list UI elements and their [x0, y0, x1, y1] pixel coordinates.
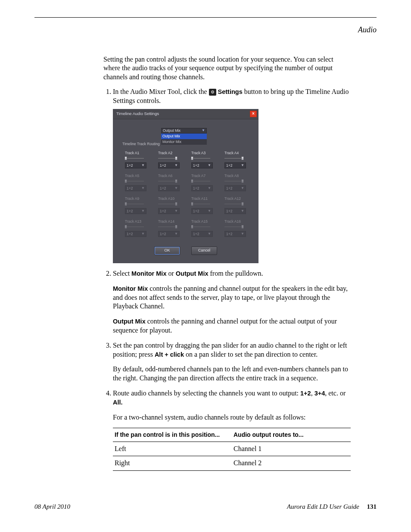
- table-row: Right Channel 2: [113, 456, 351, 471]
- channel-route-value: 1+2: [160, 232, 166, 236]
- channel-route-dropdown: 1+2▼: [191, 185, 213, 191]
- track-label: Track A16: [224, 219, 250, 224]
- track-cell: Track A131+2▼: [125, 219, 150, 237]
- track-label: Track A7: [191, 174, 217, 178]
- pan-slider: [191, 179, 210, 183]
- pan-slider[interactable]: [158, 156, 177, 160]
- track-label: Track A4: [224, 151, 250, 156]
- chevron-down-icon: ▼: [241, 209, 244, 213]
- track-label: Track A6: [158, 174, 184, 178]
- track-cell: Track A101+2▼: [158, 196, 184, 214]
- track-cell: Track A141+2▼: [158, 219, 184, 237]
- table-row: Left Channel 1: [113, 442, 351, 456]
- track-cell: Track A51+2▼: [125, 174, 150, 191]
- track-label: Track A14: [158, 219, 184, 224]
- output-mix-desc: Output Mix controls the panning and chan…: [113, 317, 351, 335]
- channel-route-value: 1+2: [193, 232, 199, 236]
- channel-route-value: 1+2: [193, 209, 199, 214]
- track-cell: Track A31+2▼: [191, 151, 217, 168]
- track-cell: Track A151+2▼: [191, 219, 217, 237]
- cancel-button[interactable]: Cancel: [191, 246, 217, 255]
- pan-slider: [125, 202, 144, 206]
- step-3: Set the pan control by dragging the pan …: [113, 341, 351, 383]
- channel-route-value: 1+2: [226, 186, 232, 191]
- chevron-down-icon: ▼: [241, 232, 244, 236]
- channel-route-dropdown: 1+2▼: [224, 231, 246, 237]
- step-4: Route audio channels by selecting the ch…: [113, 389, 351, 471]
- intro-paragraph: Setting the pan control adjusts the soun…: [103, 55, 351, 81]
- route-1-2: 1+2: [300, 390, 311, 397]
- pan-slider: [191, 225, 210, 229]
- chevron-down-icon: ▼: [241, 186, 244, 190]
- channel-route-value: 1+2: [127, 232, 133, 236]
- close-icon[interactable]: ×: [250, 111, 257, 117]
- channel-route-dropdown[interactable]: 1+2▼: [191, 162, 213, 168]
- chevron-down-icon: ▼: [174, 186, 178, 190]
- pan-slider: [158, 179, 177, 183]
- settings-icon: ⚙: [209, 89, 216, 96]
- mix-dropdown[interactable]: Output Mix ▼: [161, 128, 207, 134]
- track-label: Track A5: [125, 174, 150, 178]
- channel-route-value: 1+2: [226, 163, 232, 168]
- channel-route-value: 1+2: [193, 163, 199, 168]
- track-label: Track A3: [191, 151, 217, 156]
- routing-section-label: Timeline Track Routing: [122, 142, 160, 146]
- track-label: Track A15: [191, 219, 217, 224]
- chevron-down-icon: ▼: [141, 209, 145, 213]
- settings-label: Settings: [218, 88, 243, 95]
- pan-slider: [158, 202, 177, 206]
- track-cell: Track A161+2▼: [224, 219, 250, 237]
- track-label: Track A12: [224, 196, 250, 201]
- channel-route-dropdown: 1+2▼: [158, 185, 180, 191]
- ok-button[interactable]: OK: [154, 246, 180, 255]
- channel-route-dropdown[interactable]: 1+2▼: [224, 162, 246, 168]
- timeline-audio-settings-dialog: Timeline Audio Settings × Output Mix ▼ O…: [113, 109, 258, 263]
- channel-route-dropdown: 1+2▼: [224, 185, 246, 191]
- step1-text-before: In the Audio Mixer Tool, click the: [113, 88, 209, 95]
- step-1: In the Audio Mixer Tool, click the ⚙ Set…: [113, 87, 351, 263]
- pan-slider: [191, 202, 210, 206]
- track-label: Track A11: [191, 196, 217, 201]
- pan-slider: [224, 225, 243, 229]
- mix-dropdown-value: Output Mix: [163, 128, 181, 133]
- chevron-down-icon: ▼: [208, 186, 211, 190]
- pan-slider[interactable]: [125, 156, 144, 160]
- track-cell: Track A41+2▼: [224, 151, 250, 168]
- channel-route-value: 1+2: [160, 186, 166, 191]
- track-cell: Track A81+2▼: [224, 174, 250, 191]
- mix-option-output[interactable]: Output Mix: [161, 134, 207, 139]
- mix-option-monitor[interactable]: Monitor Mix: [161, 139, 207, 145]
- track-cell: Track A111+2▼: [191, 196, 217, 214]
- chevron-down-icon: ▼: [208, 232, 211, 236]
- channel-route-dropdown[interactable]: 1+2▼: [158, 162, 180, 168]
- footer-doc-title: Aurora Edit LD User Guide: [287, 503, 359, 510]
- footer-date: 08 April 2010: [34, 503, 70, 510]
- track-label: Track A8: [224, 174, 250, 178]
- table-header-position: If the pan control is in this position..…: [113, 428, 232, 442]
- channel-route-value: 1+2: [127, 186, 133, 191]
- pan-slider[interactable]: [224, 156, 243, 160]
- channel-route-dropdown[interactable]: 1+2▼: [125, 162, 146, 168]
- alt-click-shortcut: Alt + click: [155, 351, 184, 358]
- route-all: All.: [113, 399, 123, 406]
- track-cell: Track A71+2▼: [191, 174, 217, 191]
- channel-route-value: 1+2: [193, 186, 199, 191]
- chevron-down-icon: ▼: [241, 163, 244, 168]
- chevron-down-icon: ▼: [141, 232, 145, 236]
- channel-route-value: 1+2: [127, 163, 133, 168]
- chevron-down-icon: ▼: [208, 209, 211, 213]
- track-cell: Track A91+2▼: [125, 196, 150, 214]
- channel-route-value: 1+2: [160, 163, 166, 168]
- pan-slider: [158, 225, 177, 229]
- channel-route-dropdown: 1+2▼: [158, 208, 180, 214]
- table-header-output: Audio output routes to...: [232, 428, 351, 442]
- step-2: Select Monitor Mix or Output Mix from th…: [113, 269, 351, 335]
- chevron-down-icon: ▼: [208, 163, 211, 168]
- track-label: Track A1: [125, 151, 150, 156]
- pan-slider[interactable]: [191, 156, 210, 160]
- monitor-mix-term: Monitor Mix: [131, 270, 166, 277]
- track-label: Track A2: [158, 151, 184, 156]
- dialog-title: Timeline Audio Settings: [116, 111, 159, 116]
- chevron-down-icon: ▼: [141, 163, 145, 168]
- chevron-down-icon: ▼: [202, 128, 205, 133]
